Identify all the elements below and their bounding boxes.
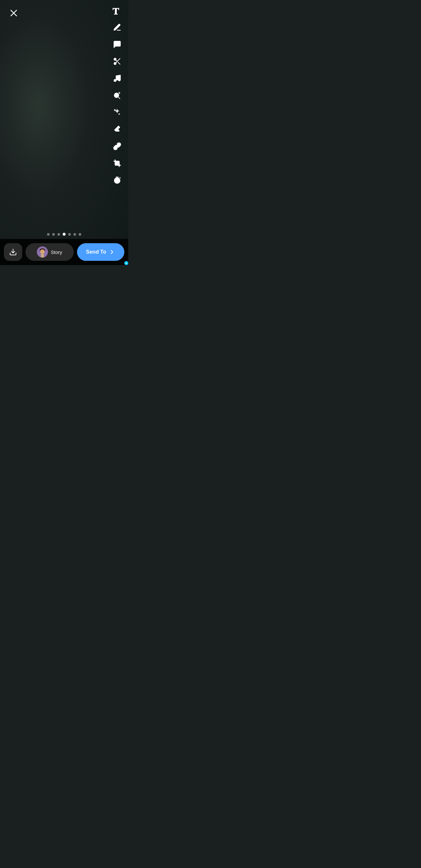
ai-eraser-tool[interactable]: ✦	[110, 122, 124, 136]
story-button[interactable]: + Story	[26, 243, 74, 261]
dot-5[interactable]	[68, 233, 71, 236]
svg-point-9	[118, 79, 121, 81]
dot-2[interactable]	[52, 233, 55, 236]
scissors-tool[interactable]	[110, 54, 124, 68]
svg-point-17	[40, 249, 45, 254]
sticker-tool[interactable]	[110, 37, 124, 52]
send-to-label: Send To	[86, 249, 106, 255]
background	[0, 0, 128, 265]
sparkles-tool[interactable]	[110, 105, 124, 120]
crop-tool[interactable]	[110, 156, 124, 170]
story-label: Story	[51, 249, 62, 255]
music-tool[interactable]	[110, 71, 124, 86]
dot-1[interactable]	[47, 233, 50, 236]
text-tool[interactable]: T	[110, 3, 124, 18]
dot-7[interactable]	[79, 233, 81, 236]
avatar: +	[37, 246, 48, 257]
bottom-bar: + Story Send To	[0, 239, 128, 265]
pencil-tool[interactable]	[110, 20, 124, 35]
svg-line-7	[116, 60, 117, 61]
send-to-button[interactable]: Send To	[77, 243, 124, 261]
svg-line-11	[119, 97, 121, 99]
svg-point-8	[114, 79, 116, 82]
pagination-dots	[0, 233, 128, 236]
svg-text:T: T	[112, 5, 119, 16]
download-button[interactable]	[4, 243, 22, 261]
close-button[interactable]	[6, 6, 21, 20]
ai-lens-tool[interactable]: ★	[110, 88, 124, 102]
dot-3[interactable]	[58, 233, 60, 236]
dot-6[interactable]	[73, 233, 76, 236]
dot-4-active[interactable]	[63, 233, 66, 236]
right-toolbar: T ★	[110, 3, 124, 187]
timer-tool[interactable]	[110, 173, 124, 187]
svg-text:✦: ✦	[118, 125, 121, 129]
svg-text:★: ★	[118, 91, 121, 95]
svg-line-6	[118, 62, 120, 64]
link-tool[interactable]	[110, 139, 124, 153]
